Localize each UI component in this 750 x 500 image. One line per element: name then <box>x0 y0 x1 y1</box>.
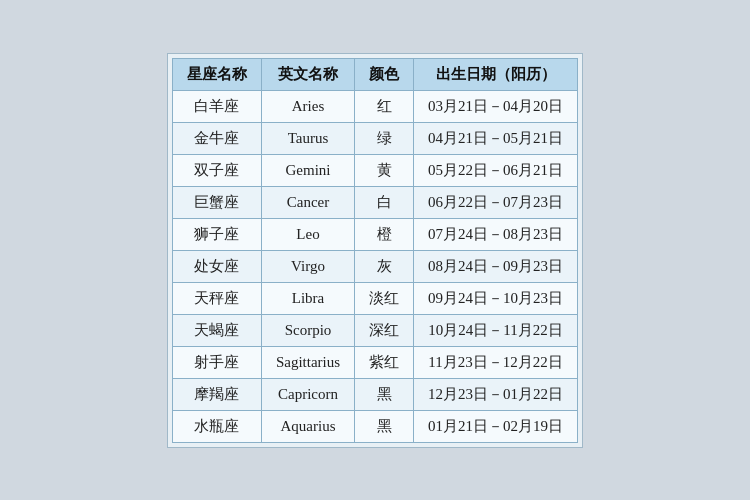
cell-english-name: Virgo <box>261 250 354 282</box>
cell-english-name: Aquarius <box>261 410 354 442</box>
cell-date: 06月22日－07月23日 <box>414 186 578 218</box>
cell-color: 白 <box>355 186 414 218</box>
col-header-date: 出生日期（阳历） <box>414 58 578 90</box>
cell-date: 01月21日－02月19日 <box>414 410 578 442</box>
cell-english-name: Cancer <box>261 186 354 218</box>
table-header-row: 星座名称 英文名称 颜色 出生日期（阳历） <box>172 58 577 90</box>
cell-chinese-name: 水瓶座 <box>172 410 261 442</box>
cell-english-name: Taurus <box>261 122 354 154</box>
cell-chinese-name: 双子座 <box>172 154 261 186</box>
cell-color: 紫红 <box>355 346 414 378</box>
col-header-english: 英文名称 <box>261 58 354 90</box>
cell-color: 橙 <box>355 218 414 250</box>
cell-english-name: Scorpio <box>261 314 354 346</box>
cell-date: 12月23日－01月22日 <box>414 378 578 410</box>
cell-english-name: Gemini <box>261 154 354 186</box>
cell-english-name: Libra <box>261 282 354 314</box>
cell-date: 11月23日－12月22日 <box>414 346 578 378</box>
cell-chinese-name: 处女座 <box>172 250 261 282</box>
cell-english-name: Leo <box>261 218 354 250</box>
table-row: 处女座Virgo灰08月24日－09月23日 <box>172 250 577 282</box>
table-row: 天秤座Libra淡红09月24日－10月23日 <box>172 282 577 314</box>
cell-color: 深红 <box>355 314 414 346</box>
cell-color: 灰 <box>355 250 414 282</box>
cell-color: 绿 <box>355 122 414 154</box>
zodiac-table-container: 星座名称 英文名称 颜色 出生日期（阳历） 白羊座Aries红03月21日－04… <box>167 53 583 448</box>
cell-chinese-name: 白羊座 <box>172 90 261 122</box>
cell-date: 03月21日－04月20日 <box>414 90 578 122</box>
table-row: 巨蟹座Cancer白06月22日－07月23日 <box>172 186 577 218</box>
cell-english-name: Aries <box>261 90 354 122</box>
table-row: 狮子座Leo橙07月24日－08月23日 <box>172 218 577 250</box>
cell-english-name: Capricorn <box>261 378 354 410</box>
cell-color: 黑 <box>355 378 414 410</box>
cell-color: 黑 <box>355 410 414 442</box>
cell-date: 09月24日－10月23日 <box>414 282 578 314</box>
zodiac-table: 星座名称 英文名称 颜色 出生日期（阳历） 白羊座Aries红03月21日－04… <box>172 58 578 443</box>
table-row: 白羊座Aries红03月21日－04月20日 <box>172 90 577 122</box>
cell-chinese-name: 巨蟹座 <box>172 186 261 218</box>
cell-english-name: Sagittarius <box>261 346 354 378</box>
cell-date: 07月24日－08月23日 <box>414 218 578 250</box>
cell-chinese-name: 射手座 <box>172 346 261 378</box>
table-row: 天蝎座Scorpio深红10月24日－11月22日 <box>172 314 577 346</box>
cell-color: 黄 <box>355 154 414 186</box>
table-row: 水瓶座Aquarius黑01月21日－02月19日 <box>172 410 577 442</box>
cell-color: 红 <box>355 90 414 122</box>
col-header-chinese: 星座名称 <box>172 58 261 90</box>
cell-date: 05月22日－06月21日 <box>414 154 578 186</box>
cell-chinese-name: 天秤座 <box>172 282 261 314</box>
cell-date: 08月24日－09月23日 <box>414 250 578 282</box>
cell-chinese-name: 金牛座 <box>172 122 261 154</box>
table-row: 金牛座Taurus绿04月21日－05月21日 <box>172 122 577 154</box>
col-header-color: 颜色 <box>355 58 414 90</box>
cell-color: 淡红 <box>355 282 414 314</box>
table-row: 摩羯座Capricorn黑12月23日－01月22日 <box>172 378 577 410</box>
cell-chinese-name: 摩羯座 <box>172 378 261 410</box>
table-row: 双子座Gemini黄05月22日－06月21日 <box>172 154 577 186</box>
cell-date: 04月21日－05月21日 <box>414 122 578 154</box>
table-row: 射手座Sagittarius紫红11月23日－12月22日 <box>172 346 577 378</box>
cell-chinese-name: 狮子座 <box>172 218 261 250</box>
cell-chinese-name: 天蝎座 <box>172 314 261 346</box>
cell-date: 10月24日－11月22日 <box>414 314 578 346</box>
